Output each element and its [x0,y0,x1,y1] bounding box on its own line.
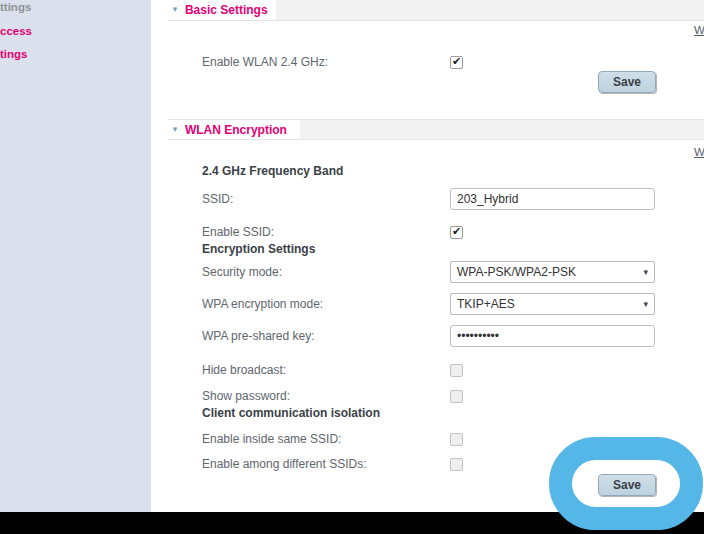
section-title: Basic Settings [185,3,268,17]
save-button-encryption[interactable]: Save [598,474,656,496]
enable-ssid-checkbox[interactable]: ✔ [450,226,463,239]
show-password-checkbox[interactable] [450,390,463,403]
wpa-encryption-mode-select[interactable]: TKIP+AES ▾ [450,293,655,315]
security-mode-value: WPA-PSK/WPA2-PSK [457,265,576,279]
wpa-key-input[interactable] [450,325,655,347]
check-icon: ✔ [452,56,461,67]
show-password-label: Show password: [202,389,290,403]
wpa-key-label: WPA pre-shared key: [202,329,315,343]
wpa-encryption-mode-label: WPA encryption mode: [202,297,323,311]
basic-settings-toggle[interactable]: ▼ Basic Settings [168,0,276,20]
ssid-row: SSID: [202,187,674,211]
chevron-down-icon: ▾ [643,268,648,277]
check-icon: ✔ [452,226,461,237]
security-mode-select[interactable]: WPA-PSK/WPA2-PSK ▾ [450,261,655,283]
sidebar: ttings ccess tings [0,0,151,512]
client-isolation-header: Client communication isolation [202,406,380,420]
enable-among-label: Enable among different SSIDs: [202,457,367,471]
wlan-encryption-toggle[interactable]: ▼ WLAN Encryption [168,120,295,139]
enable-wlan-label: Enable WLAN 2.4 GHz: [202,55,328,69]
chevron-down-icon: ▾ [643,300,648,309]
enable-among-checkbox[interactable] [450,458,463,471]
security-mode-row: Security mode: WPA-PSK/WPA2-PSK ▾ [202,260,674,284]
section-collapse-icon: ▼ [171,126,179,134]
header-gray-strip [267,0,704,20]
enable-inside-label: Enable inside same SSID: [202,432,341,446]
wlan-encryption-section-header: ▼ WLAN Encryption [168,119,704,140]
wpa-encryption-mode-value: TKIP+AES [457,297,515,311]
hide-broadcast-checkbox[interactable] [450,364,463,377]
section-collapse-icon: ▼ [171,6,179,14]
enable-ssid-row: Enable SSID: ✔ [202,220,674,244]
hide-broadcast-label: Hide broadcast: [202,363,286,377]
show-password-row: Show password: [202,384,674,408]
sidebar-item-access[interactable]: ccess [0,25,32,37]
frequency-band-header: 2.4 GHz Frequency Band [202,164,343,178]
save-button-basic[interactable]: Save [598,71,656,93]
enable-ssid-label: Enable SSID: [202,225,274,239]
encryption-settings-header: Encryption Settings [202,242,315,256]
basic-settings-section-header: ▼ Basic Settings [168,0,704,21]
sidebar-item-settings-1[interactable]: ttings [0,1,31,13]
section-title: WLAN Encryption [185,123,287,137]
help-link-encryption[interactable]: W [694,146,704,158]
router-settings-page: ttings ccess tings ▼ Basic Settings W En… [0,0,704,534]
security-mode-label: Security mode: [202,265,282,279]
help-link-basic[interactable]: W [694,24,704,36]
ssid-label: SSID: [202,192,233,206]
ssid-input[interactable] [450,188,655,210]
enable-inside-checkbox[interactable] [450,433,463,446]
hide-broadcast-row: Hide broadcast: [202,358,674,382]
enable-wlan-checkbox[interactable]: ✔ [450,56,463,69]
header-gray-strip [300,120,704,139]
sidebar-item-settings-2[interactable]: tings [0,48,27,60]
wpa-encryption-mode-row: WPA encryption mode: TKIP+AES ▾ [202,292,674,316]
wpa-key-row: WPA pre-shared key: [202,324,674,348]
